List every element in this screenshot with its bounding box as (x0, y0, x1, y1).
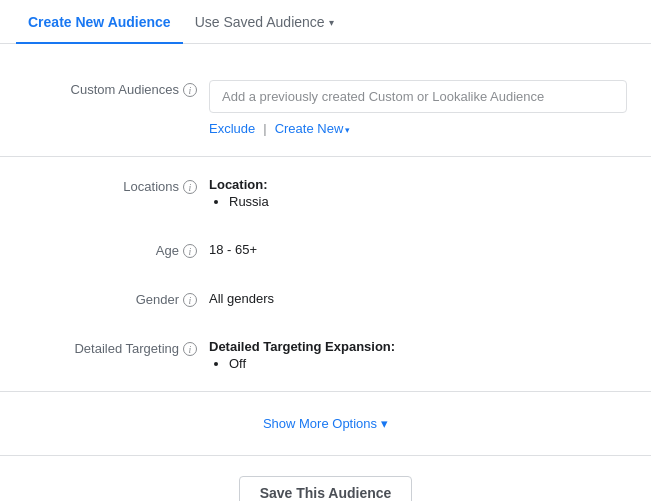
save-section: Save This Audience (0, 460, 651, 501)
age-label-group: Age i (24, 241, 209, 258)
custom-audiences-label: Custom Audiences (71, 82, 179, 97)
show-more-button[interactable]: Show More Options ▾ (255, 412, 396, 435)
detailed-targeting-list-item: Off (229, 356, 627, 371)
create-new-label: Create New (275, 121, 344, 136)
create-new-caret-icon: ▾ (345, 125, 350, 135)
locations-field-label: Location: (209, 177, 627, 192)
locations-list-item: Russia (229, 194, 627, 209)
custom-audiences-label-group: Custom Audiences i (24, 80, 209, 97)
show-more-section: Show More Options ▾ (0, 396, 651, 451)
detailed-targeting-content: Detailed Targeting Expansion: Off (209, 339, 627, 371)
exclude-link[interactable]: Exclude (209, 121, 255, 136)
divider-2 (0, 391, 651, 392)
detailed-targeting-label: Detailed Targeting (74, 341, 179, 356)
custom-audiences-row: Custom Audiences i Exclude | Create New▾ (0, 64, 651, 152)
custom-audiences-info-icon[interactable]: i (183, 83, 197, 97)
detailed-targeting-list: Off (209, 356, 627, 371)
audience-form: Custom Audiences i Exclude | Create New▾… (0, 44, 651, 501)
detailed-targeting-label-group: Detailed Targeting i (24, 339, 209, 356)
age-content: 18 - 65+ (209, 241, 627, 257)
gender-info-icon[interactable]: i (183, 293, 197, 307)
show-more-label: Show More Options (263, 416, 377, 431)
gender-value: All genders (209, 291, 274, 306)
tab-create-new-label: Create New Audience (28, 14, 171, 30)
gender-content: All genders (209, 290, 627, 306)
gender-row: Gender i All genders (0, 274, 651, 323)
tab-use-saved[interactable]: Use Saved Audience ▾ (183, 0, 346, 44)
divider-1 (0, 156, 651, 157)
link-divider: | (263, 121, 266, 136)
detailed-targeting-field-label: Detailed Targeting Expansion: (209, 339, 627, 354)
tab-bar: Create New Audience Use Saved Audience ▾ (0, 0, 651, 44)
tab-use-saved-label: Use Saved Audience (195, 14, 325, 30)
gender-label: Gender (136, 292, 179, 307)
custom-audiences-content: Exclude | Create New▾ (209, 80, 627, 136)
save-audience-label: Save This Audience (260, 485, 392, 501)
locations-label: Locations (123, 179, 179, 194)
custom-audiences-input[interactable] (209, 80, 627, 113)
tab-create-new[interactable]: Create New Audience (16, 0, 183, 44)
divider-3 (0, 455, 651, 456)
locations-row: Locations i Location: Russia (0, 161, 651, 225)
create-new-link[interactable]: Create New▾ (275, 121, 351, 136)
audience-links: Exclude | Create New▾ (209, 121, 627, 136)
gender-label-group: Gender i (24, 290, 209, 307)
locations-label-group: Locations i (24, 177, 209, 194)
use-saved-caret-icon: ▾ (329, 17, 334, 28)
locations-list: Russia (209, 194, 627, 209)
save-audience-button[interactable]: Save This Audience (239, 476, 413, 501)
detailed-targeting-row: Detailed Targeting i Detailed Targeting … (0, 323, 651, 387)
age-value: 18 - 65+ (209, 242, 257, 257)
detailed-targeting-info-icon[interactable]: i (183, 342, 197, 356)
locations-content: Location: Russia (209, 177, 627, 209)
locations-info-icon[interactable]: i (183, 180, 197, 194)
age-info-icon[interactable]: i (183, 244, 197, 258)
show-more-caret-icon: ▾ (381, 416, 388, 431)
age-row: Age i 18 - 65+ (0, 225, 651, 274)
age-label: Age (156, 243, 179, 258)
